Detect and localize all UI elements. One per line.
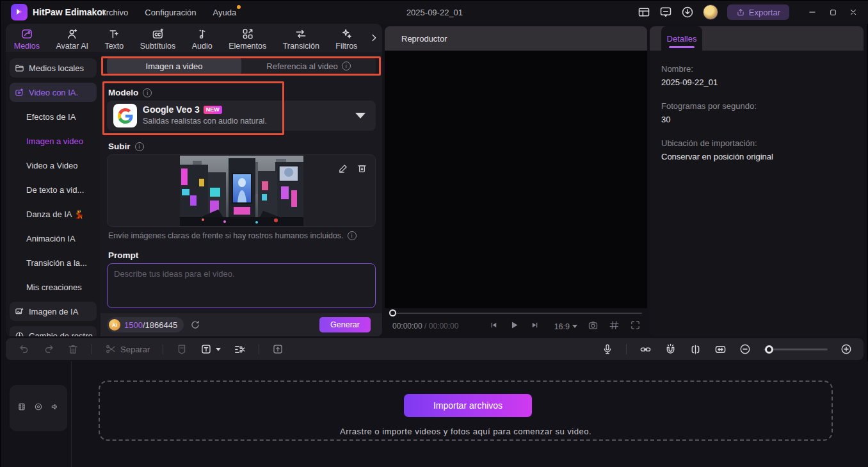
tab-filtros[interactable]: Filtros	[328, 26, 366, 51]
sidebar-item-animacion-ia[interactable]: Animación IA	[10, 229, 97, 248]
edit-toolbar: Separar	[6, 338, 864, 360]
face-swap-icon	[15, 331, 24, 337]
maximize-button[interactable]	[824, 3, 842, 21]
info-icon[interactable]: i	[135, 142, 144, 151]
tab-imagen-a-video[interactable]: Imagen a video	[107, 57, 241, 75]
ripple-edit-button[interactable]	[689, 343, 702, 356]
import-files-button[interactable]: Importar archivos	[404, 394, 532, 417]
record-voice-button[interactable]	[602, 343, 613, 355]
upload-dropzone[interactable]	[107, 154, 376, 227]
tab-medios[interactable]: Medios	[6, 26, 48, 51]
delete-image-icon[interactable]	[357, 163, 367, 176]
time-display: 00:00:00 / 00:00:00	[392, 322, 458, 331]
aspect-ratio-select[interactable]: 16:9	[554, 322, 577, 331]
split-delete-button[interactable]	[234, 343, 246, 356]
edit-image-icon[interactable]	[338, 163, 349, 176]
timeline-zoom-slider[interactable]	[764, 348, 828, 350]
menu-archivo[interactable]: Archivo	[100, 8, 128, 17]
sidebar-item-mis-creaciones[interactable]: Mis creaciones	[10, 277, 97, 297]
close-button[interactable]	[844, 3, 862, 21]
sidebar-item-de-texto-a-video[interactable]: De texto a vid...	[10, 180, 97, 199]
video-preview[interactable]	[385, 51, 647, 308]
credits-counter: AI 1500/1866445	[107, 317, 184, 332]
marker-button[interactable]	[176, 343, 188, 355]
sidebar-item-medios-locales[interactable]: Medios locales	[10, 58, 97, 78]
export-clip-button[interactable]	[272, 343, 284, 355]
app-window: HitPaw Edimakor Archivo Configuración Ay…	[0, 0, 868, 467]
download-icon[interactable]	[681, 6, 694, 19]
prompt-input[interactable]	[107, 263, 376, 308]
info-icon[interactable]: i	[143, 88, 152, 97]
sidebar-item-video-a-video[interactable]: Video a Video	[10, 156, 97, 175]
menu-configuracion[interactable]: Configuración	[145, 8, 196, 17]
sidebar-item-imagen-a-video[interactable]: Imagen a video	[10, 131, 97, 151]
magnet-button[interactable]	[664, 343, 677, 356]
prev-frame-button[interactable]	[489, 320, 499, 332]
import-dropzone[interactable]: Importar archivos Arrastre o importe vid…	[99, 381, 833, 441]
chevron-down-icon	[572, 325, 577, 328]
fit-timeline-button[interactable]	[714, 343, 727, 356]
tab-elementos[interactable]: Elementos	[220, 26, 275, 51]
zoom-slider-knob[interactable]	[765, 345, 773, 354]
sidebar-item-efectos-de-ia[interactable]: Efectos de IA	[10, 107, 97, 126]
sidebar-item-danza-de-ia[interactable]: Danza de IA 💃	[10, 204, 97, 224]
user-avatar[interactable]	[703, 4, 718, 20]
filters-icon	[340, 28, 353, 40]
model-section-label: Modeloi	[108, 88, 152, 97]
ai-coin-icon: AI	[109, 319, 120, 331]
tab-subtitulos[interactable]: Subtítulos	[132, 26, 184, 51]
text-tool-button[interactable]	[200, 343, 221, 355]
import-hint: Arrastre o importe videos y fotos aquí p…	[100, 427, 832, 436]
grid-icon[interactable]	[609, 320, 620, 333]
layout-panels-icon[interactable]	[638, 6, 650, 19]
info-icon[interactable]: i	[342, 61, 351, 70]
split-button[interactable]: Separar	[105, 343, 150, 355]
tab-transicion[interactable]: Transición	[275, 26, 328, 51]
menu-ayuda[interactable]: Ayuda	[213, 8, 237, 17]
link-button[interactable]	[639, 343, 652, 356]
details-panel: Detalles Nombre: 2025-09-22_01 Fotograma…	[650, 26, 864, 336]
player-scrubber[interactable]	[385, 308, 647, 318]
generate-button[interactable]: Generar	[319, 317, 371, 332]
zoom-in-button[interactable]	[840, 343, 852, 355]
zoom-out-button[interactable]	[739, 343, 751, 355]
film-track-icon[interactable]	[17, 402, 26, 414]
play-button[interactable]	[509, 320, 520, 333]
menu-bar: Archivo Configuración Ayuda	[100, 8, 236, 17]
tab-referencia-al-video[interactable]: Referencia al videoi	[241, 57, 376, 75]
export-button[interactable]: Exportar	[727, 4, 789, 20]
sidebar-item-cambio-de-rostro[interactable]: Cambio de rostro	[10, 326, 97, 336]
delete-button[interactable]	[67, 343, 79, 355]
redo-button[interactable]	[43, 343, 54, 355]
feedback-icon[interactable]	[659, 6, 672, 19]
speaker-icon[interactable]	[51, 402, 60, 414]
chevron-down-icon[interactable]	[355, 113, 366, 119]
tab-texto[interactable]: Texto	[97, 26, 132, 51]
app-name: HitPaw Edimakor	[33, 7, 106, 17]
new-badge: NEW	[204, 106, 222, 114]
next-frame-button[interactable]	[530, 320, 540, 332]
media-workspace: Medios Avatar AI Texto Subtítulos Audio …	[6, 24, 382, 336]
scrubber-knob[interactable]	[389, 309, 396, 316]
snapshot-icon[interactable]	[588, 320, 599, 333]
elements-icon	[241, 28, 254, 40]
refresh-credits-icon[interactable]	[190, 320, 200, 330]
tab-avatar-ai[interactable]: Avatar AI	[48, 26, 97, 51]
sidebar-item-imagen-de-ia[interactable]: Imagen de IA	[10, 302, 97, 321]
subtitles-icon	[152, 28, 165, 40]
tab-audio[interactable]: Audio	[184, 26, 220, 51]
undo-button[interactable]	[19, 343, 30, 355]
sidebar-item-video-con-ia[interactable]: Video con IA.	[10, 83, 97, 102]
info-icon[interactable]: i	[348, 231, 357, 240]
eye-icon[interactable]	[34, 402, 43, 414]
model-description: Salidas realistas con audio natural.	[143, 117, 267, 126]
model-selector[interactable]: Google Veo 3NEW Salidas realistas con au…	[107, 101, 376, 131]
ribbon-more-button[interactable]	[366, 33, 382, 43]
scrubber-track[interactable]	[392, 313, 642, 314]
avatar-icon	[66, 28, 79, 40]
fullscreen-icon[interactable]	[630, 320, 641, 333]
ribbon-tabs: Medios Avatar AI Texto Subtítulos Audio …	[6, 24, 382, 52]
minimize-button[interactable]	[803, 3, 821, 21]
sidebar-item-transicion-a-la[interactable]: Transición a la...	[10, 253, 97, 272]
tab-detalles[interactable]: Detalles	[661, 26, 702, 51]
